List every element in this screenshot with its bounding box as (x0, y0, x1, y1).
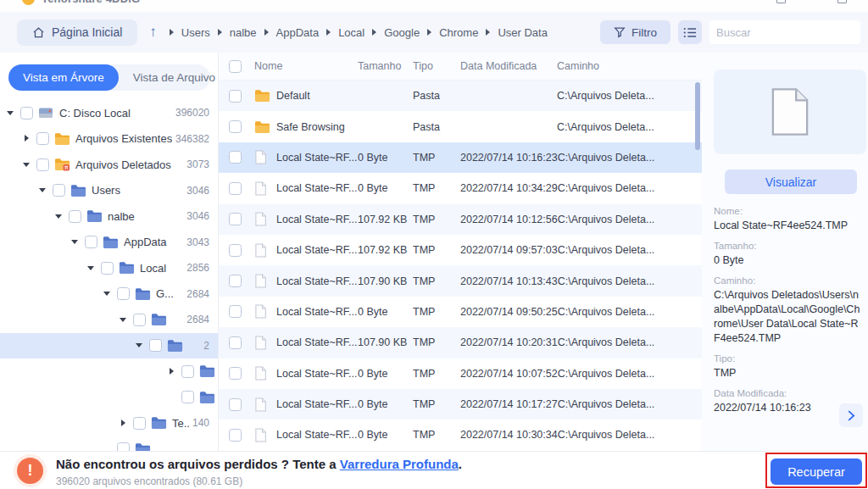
tree-item-c-disco-local[interactable]: C: Disco Local396020 (0, 100, 218, 126)
row-checkbox[interactable] (229, 336, 242, 349)
tree-item[interactable]: 2684 (0, 307, 218, 333)
breadcrumb-item[interactable]: Google (381, 25, 423, 41)
row-checkbox[interactable] (229, 213, 242, 225)
table-row[interactable]: Local State~RF...0 ByteTMP2022/07/14 10:… (219, 420, 702, 450)
tree-checkbox[interactable] (117, 442, 130, 451)
breadcrumb-item[interactable]: Local (335, 25, 368, 41)
tree-checkbox[interactable] (101, 262, 114, 275)
tree-checkbox[interactable] (36, 132, 49, 145)
tree-checkbox[interactable] (20, 107, 33, 119)
tree-item-g[interactable]: G...2684 (0, 281, 218, 308)
preview-button[interactable]: Visualizar (725, 169, 857, 194)
tree-checkbox[interactable] (181, 391, 194, 403)
row-checkbox[interactable] (229, 398, 242, 411)
tree-caret-icon[interactable] (87, 264, 95, 272)
breadcrumb-item[interactable]: AppData (273, 25, 323, 41)
table-row[interactable]: Local State~RF...107.90 KBTMP2022/07/14 … (219, 327, 702, 358)
tree-checkbox[interactable] (133, 417, 146, 430)
column-header-name[interactable]: Nome (254, 60, 358, 72)
tree-checkbox[interactable] (181, 365, 194, 378)
maximize-icon[interactable] (837, 0, 847, 3)
tree-caret-icon[interactable] (71, 238, 79, 246)
column-header-path[interactable]: Caminho (557, 60, 702, 72)
row-checkbox[interactable] (229, 90, 242, 103)
tree-checkbox[interactable] (36, 158, 49, 171)
table-row[interactable]: DefaultPastaC:\Arquivos Deleta... (219, 81, 702, 111)
row-checkbox[interactable] (229, 367, 242, 380)
tree-item-local[interactable]: Local2856 (0, 255, 218, 281)
home-button-label: Página Inicial (52, 25, 122, 39)
table-row[interactable]: Local State~RF...0 ByteTMP2022/07/14 10:… (219, 142, 702, 173)
tree-item-users[interactable]: Users3046 (0, 178, 218, 204)
deep-scan-link[interactable]: Varredura Profunda (340, 457, 459, 471)
tree-item[interactable] (0, 385, 218, 411)
row-checkbox[interactable] (229, 275, 242, 287)
cell-path: C:\Arquivos Deleta... (558, 244, 702, 256)
cell-type: TMP (413, 182, 460, 194)
tree-caret-icon[interactable] (23, 135, 31, 142)
table-row[interactable]: Safe BrowsingPastaC:\Arquivos Deleta... (219, 111, 702, 142)
folder-blue-icon (86, 209, 103, 223)
table-row[interactable]: Local State~RF...107.92 KBTMP2022/07/14 … (219, 204, 702, 235)
cell-path: C:\Arquivos Deleta... (558, 429, 702, 441)
tree-item-arquivos-deletados[interactable]: Arquivos Deletados3073 (0, 152, 218, 178)
tab-file-view[interactable]: Vista de Arquivo (119, 64, 219, 91)
tree-checkbox[interactable] (133, 314, 146, 326)
up-directory-icon[interactable]: ↑ (149, 24, 157, 41)
cell-name: Local State~RF... (276, 429, 358, 441)
tab-tree-view[interactable]: Vista em Árvore (8, 64, 119, 91)
table-row[interactable]: Local State~RF...107.90 KBTMP2022/07/14 … (219, 265, 702, 296)
breadcrumb-item[interactable]: nalbe (226, 25, 260, 41)
filter-button[interactable]: Filtro (600, 20, 670, 44)
table-row[interactable]: Local State~RF...107.92 KBTMP2022/07/14 … (219, 235, 702, 265)
tree-item-appdata[interactable]: AppData3043 (0, 230, 218, 256)
tree-caret-icon[interactable] (120, 316, 127, 324)
tree-caret-icon[interactable] (55, 213, 63, 220)
tree-caret-icon[interactable] (23, 161, 31, 169)
breadcrumb-item[interactable]: Users (178, 25, 214, 41)
table-row[interactable]: Local State~RF...0 ByteTMP2022/07/14 10:… (219, 173, 702, 203)
column-header-size[interactable]: Tamanho (358, 60, 413, 72)
select-all-checkbox[interactable] (229, 60, 242, 73)
tree-item[interactable] (0, 358, 218, 385)
column-header-modified[interactable]: Data Modificada (460, 60, 557, 72)
tree-checkbox[interactable] (85, 236, 97, 248)
row-checkbox[interactable] (229, 244, 242, 257)
tree-checkbox[interactable] (117, 287, 130, 300)
next-page-button[interactable] (839, 403, 863, 427)
tree-item-nalbe[interactable]: nalbe3046 (0, 203, 218, 230)
search-input[interactable] (716, 26, 865, 39)
table-row[interactable]: Local State~RF...0 ByteTMP2022/07/14 09:… (219, 297, 702, 327)
row-checkbox[interactable] (229, 182, 242, 195)
column-header-type[interactable]: Tipo (413, 60, 460, 72)
tree-item-arquivos-existentes[interactable]: Arquivos Existentes346382 (0, 126, 218, 153)
file-details-list: Nome:Local State~RF4ee524.TMPTamanho:0 B… (714, 206, 863, 415)
tree-checkbox[interactable] (69, 210, 81, 223)
cell-type: TMP (413, 336, 460, 348)
tree-caret-icon[interactable] (120, 420, 127, 427)
list-view-button[interactable] (678, 20, 702, 44)
tree-checkbox[interactable] (149, 339, 162, 352)
tree-caret-icon[interactable] (7, 109, 14, 117)
tree-item-te[interactable]: Te...140 (0, 410, 218, 436)
minimize-icon[interactable] (776, 0, 786, 3)
tree-caret-icon[interactable] (168, 368, 175, 375)
home-button[interactable]: Página Inicial (17, 19, 137, 46)
table-row[interactable]: Local State~RF...0 ByteTMP2022/07/14 10:… (219, 358, 702, 389)
row-checkbox[interactable] (229, 305, 242, 318)
directory-tree: C: Disco Local396020Arquivos Existentes3… (0, 100, 218, 451)
tree-item[interactable]: 2 (0, 333, 218, 359)
tree-caret-icon[interactable] (103, 290, 111, 297)
row-checkbox[interactable] (229, 429, 242, 442)
tree-item[interactable] (0, 436, 218, 452)
row-checkbox[interactable] (229, 151, 242, 164)
breadcrumb-item[interactable]: User Data (494, 25, 551, 41)
tree-caret-icon[interactable] (136, 342, 143, 349)
table-row[interactable]: Local State~RF...0 ByteTMP2022/07/14 10:… (219, 389, 702, 420)
recover-button[interactable]: Recuperar (771, 458, 862, 485)
tree-checkbox[interactable] (53, 184, 65, 197)
tree-caret-icon[interactable] (39, 186, 47, 194)
breadcrumb-item[interactable]: Chrome (436, 25, 481, 41)
table-scrollbar[interactable] (695, 82, 700, 150)
row-checkbox[interactable] (229, 120, 242, 133)
